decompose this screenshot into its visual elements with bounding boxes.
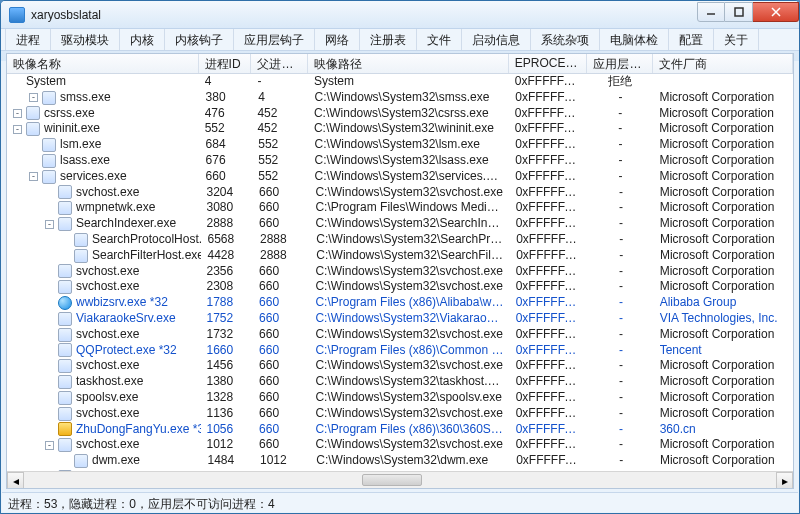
collapse-icon[interactable]: - xyxy=(13,109,22,118)
col-name[interactable]: 映像名称 xyxy=(7,54,199,73)
cell-eprocess: 0xFFFFFA8... xyxy=(509,74,588,90)
table-row[interactable]: -ViakaraokeSrv.exe1752660C:\Windows\Syst… xyxy=(7,311,793,327)
minimize-button[interactable] xyxy=(697,2,725,22)
table-row[interactable]: -svchost.exe2356660C:\Windows\System32\s… xyxy=(7,264,793,280)
cell-app-access: - xyxy=(588,216,654,232)
cell-ppid: 552 xyxy=(252,169,308,185)
collapse-icon[interactable]: - xyxy=(29,93,38,102)
cell-pid: 1732 xyxy=(201,327,254,343)
process-name: dwm.exe xyxy=(92,453,140,469)
scroll-thumb[interactable] xyxy=(362,474,422,486)
collapse-icon[interactable]: - xyxy=(13,125,22,134)
collapse-icon[interactable]: - xyxy=(45,220,54,229)
table-row[interactable]: -dwm.exe14841012C:\Windows\System32\dwm.… xyxy=(7,453,793,469)
menu-item[interactable]: 注册表 xyxy=(360,29,417,50)
process-icon xyxy=(74,233,88,247)
col-path[interactable]: 映像路径 xyxy=(308,54,509,73)
scroll-left-icon[interactable]: ◂ xyxy=(7,472,24,489)
process-icon xyxy=(58,280,72,294)
col-vendor[interactable]: 文件厂商 xyxy=(653,54,793,73)
titlebar[interactable]: xaryosbslatal xyxy=(1,1,799,29)
menu-item[interactable]: 关于 xyxy=(714,29,759,50)
menu-item[interactable]: 内核钩子 xyxy=(165,29,234,50)
table-row[interactable]: -services.exe660552C:\Windows\System32\s… xyxy=(7,169,793,185)
cell-app-access: - xyxy=(588,248,653,264)
cell-pid: 1484 xyxy=(201,453,254,469)
cell-pid: 684 xyxy=(200,137,253,153)
table-row[interactable]: -spoolsv.exe1328660C:\Windows\System32\s… xyxy=(7,390,793,406)
cell-vendor: Microsoft Corporation xyxy=(654,358,793,374)
cell-app-access: - xyxy=(588,169,654,185)
col-pid[interactable]: 进程ID xyxy=(199,54,252,73)
process-name: svchost.exe xyxy=(76,358,139,374)
cell-app-access: - xyxy=(588,422,654,438)
process-icon xyxy=(58,391,72,405)
process-name: svchost.exe xyxy=(76,185,139,201)
table-row[interactable]: -csrss.exe476452C:\Windows\System32\csrs… xyxy=(7,106,793,122)
scroll-track[interactable] xyxy=(24,472,776,488)
cell-vendor: Microsoft Corporation xyxy=(654,264,793,280)
scroll-right-icon[interactable]: ▸ xyxy=(776,472,793,489)
table-row[interactable]: -smss.exe3804C:\Windows\System32\smss.ex… xyxy=(7,90,793,106)
col-eprocess[interactable]: EPROCESS xyxy=(509,54,588,73)
table-row[interactable]: -wwbizsrv.exe *321788660C:\Program Files… xyxy=(7,295,793,311)
cell-vendor: Microsoft Corporation xyxy=(653,169,793,185)
collapse-icon[interactable]: - xyxy=(45,441,54,450)
process-icon xyxy=(74,249,88,263)
table-row[interactable]: -wininit.exe552452C:\Windows\System32\wi… xyxy=(7,121,793,137)
table-row[interactable]: -svchost.exe1456660C:\Windows\System32\s… xyxy=(7,358,793,374)
table-row[interactable]: -SearchProtocolHost.exe65682888C:\Window… xyxy=(7,232,793,248)
cell-pid: 4 xyxy=(199,74,252,90)
menu-item[interactable]: 启动信息 xyxy=(462,29,531,50)
menu-item[interactable]: 配置 xyxy=(669,29,714,50)
table-row[interactable]: -SearchIndexer.exe2888660C:\Windows\Syst… xyxy=(7,216,793,232)
cell-path: C:\Windows\System32\ViakaraokeSrv.exe xyxy=(309,311,509,327)
cell-app-access: - xyxy=(588,279,654,295)
process-name: ZhuDongFangYu.exe *32 xyxy=(76,422,201,438)
collapse-icon[interactable]: - xyxy=(29,172,38,181)
cell-ppid: 660 xyxy=(253,358,309,374)
table-row[interactable]: -svchost.exe1012660C:\Windows\System32\s… xyxy=(7,437,793,453)
cell-app-access: 拒绝 xyxy=(587,74,653,90)
menu-item[interactable]: 电脑体检 xyxy=(600,29,669,50)
process-table: 映像名称 进程ID 父进程ID 映像路径 EPROCESS 应用层访问... 文… xyxy=(6,53,794,489)
process-name: svchost.exe xyxy=(76,264,139,280)
cell-ppid: - xyxy=(251,74,307,90)
cell-vendor: Microsoft Corporation xyxy=(653,153,793,169)
cell-ppid: 660 xyxy=(253,327,309,343)
cell-pid: 2888 xyxy=(201,216,254,232)
menu-item[interactable]: 进程 xyxy=(5,29,51,50)
cell-path: C:\Program Files (x86)\Common Files\Tenc… xyxy=(309,343,509,359)
h-scrollbar[interactable]: ◂ ▸ xyxy=(7,471,793,488)
col-app[interactable]: 应用层访问... xyxy=(587,54,653,73)
cell-path: C:\Program Files (x86)\360\360Safe\deeps… xyxy=(309,422,509,438)
table-row[interactable]: -lsm.exe684552C:\Windows\System32\lsm.ex… xyxy=(7,137,793,153)
table-row[interactable]: -wmpnetwk.exe3080660C:\Program Files\Win… xyxy=(7,200,793,216)
table-row[interactable]: -QQProtect.exe *321660660C:\Program File… xyxy=(7,343,793,359)
menu-item[interactable]: 系统杂项 xyxy=(531,29,600,50)
table-row[interactable]: -ZhuDongFangYu.exe *321056660C:\Program … xyxy=(7,422,793,438)
menu-item[interactable]: 驱动模块 xyxy=(51,29,120,50)
table-row[interactable]: -SearchFilterHost.exe44282888C:\Windows\… xyxy=(7,248,793,264)
table-row[interactable]: -taskhost.exe1380660C:\Windows\System32\… xyxy=(7,374,793,390)
cell-vendor: Microsoft Corporation xyxy=(654,453,793,469)
menu-item[interactable]: 网络 xyxy=(315,29,360,50)
menu-item[interactable]: 内核 xyxy=(120,29,165,50)
table-row[interactable]: -svchost.exe1136660C:\Windows\System32\s… xyxy=(7,406,793,422)
menu-item[interactable]: 文件 xyxy=(417,29,462,50)
close-button[interactable] xyxy=(753,2,799,22)
table-row[interactable]: -lsass.exe676552C:\Windows\System32\lsas… xyxy=(7,153,793,169)
cell-path: C:\Windows\System32\dwm.exe xyxy=(310,453,510,469)
process-name: wmpnetwk.exe xyxy=(76,200,155,216)
svg-rect-0 xyxy=(735,8,743,16)
table-row[interactable]: -svchost.exe3204660C:\Windows\System32\s… xyxy=(7,185,793,201)
col-ppid[interactable]: 父进程ID xyxy=(251,54,308,73)
table-row[interactable]: -svchost.exe2308660C:\Windows\System32\s… xyxy=(7,279,793,295)
cell-app-access: - xyxy=(588,343,654,359)
table-body[interactable]: -System4-System0xFFFFFA8...拒绝-smss.exe38… xyxy=(7,74,793,471)
table-row[interactable]: -System4-System0xFFFFFA8...拒绝 xyxy=(7,74,793,90)
menu-item[interactable]: 应用层钩子 xyxy=(234,29,315,50)
table-row[interactable]: -svchost.exe1732660C:\Windows\System32\s… xyxy=(7,327,793,343)
cell-eprocess: 0xFFFFFA8... xyxy=(509,90,588,106)
maximize-button[interactable] xyxy=(725,2,753,22)
